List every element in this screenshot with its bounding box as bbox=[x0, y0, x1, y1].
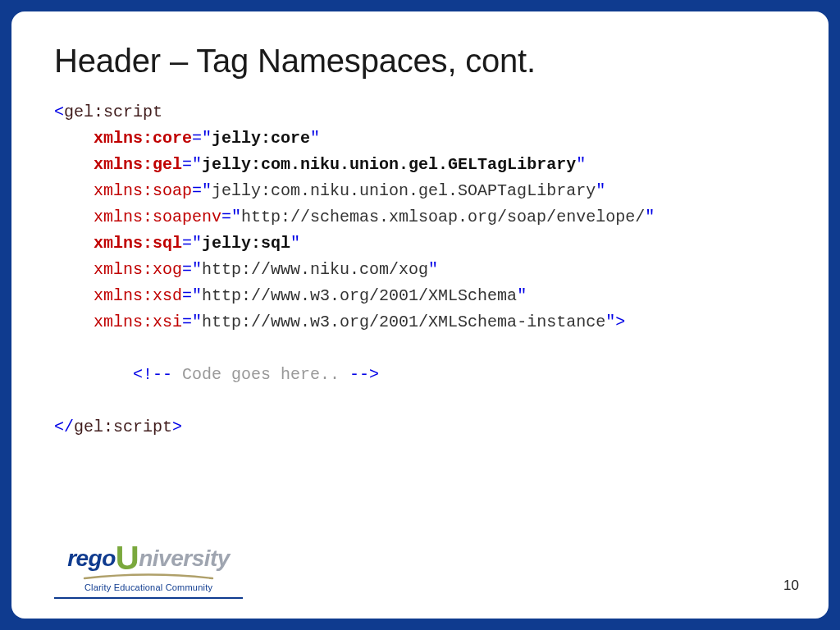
quote-close: " bbox=[428, 260, 438, 279]
code-line-blank2 bbox=[54, 388, 786, 414]
attr-value: http://www.niku.com/xog bbox=[202, 260, 428, 279]
quote-close: " bbox=[517, 286, 527, 305]
equals-sign: = bbox=[192, 129, 202, 148]
code-line-attr: xmlns:sql="jelly:sql" bbox=[54, 231, 786, 257]
quote-open: " bbox=[202, 129, 212, 148]
code-line-close: </gel:script> bbox=[54, 414, 786, 441]
quote-open: " bbox=[192, 286, 202, 305]
logo: regoUniversity Clarity Educational Commu… bbox=[54, 541, 243, 599]
comment-close: --> bbox=[349, 365, 379, 384]
attr-value: jelly:sql bbox=[202, 234, 290, 253]
quote-open: " bbox=[231, 208, 241, 226]
quote-close: " bbox=[310, 129, 320, 148]
equals-sign: = bbox=[182, 234, 192, 253]
angle-close: > bbox=[172, 418, 182, 436]
quote-close: " bbox=[576, 155, 586, 174]
code-line-attr: xmlns:gel="jelly:com.niku.union.gel.GELT… bbox=[54, 152, 786, 178]
attr-value: jelly:core bbox=[212, 129, 310, 148]
equals-sign: = bbox=[182, 313, 192, 331]
code-block: <gel:script xmlns:core="jelly:core"xmlns… bbox=[54, 99, 786, 441]
logo-text: regoUniversity bbox=[67, 541, 230, 574]
quote-close: " bbox=[596, 181, 605, 200]
attr-value: http://www.w3.org/2001/XMLSchema bbox=[202, 286, 517, 305]
code-line-attr: xmlns:xsi="http://www.w3.org/2001/XMLSch… bbox=[54, 309, 786, 336]
code-line-attr: xmlns:soap="jelly:com.niku.union.gel.SOA… bbox=[54, 178, 786, 204]
angle-open-slash: </ bbox=[54, 418, 74, 436]
angle-open: < bbox=[54, 103, 64, 121]
attr-name: xmlns:gel bbox=[94, 155, 182, 174]
equals-sign: = bbox=[221, 208, 231, 226]
logo-tagline: Clarity Educational Community bbox=[84, 582, 212, 592]
angle-close: > bbox=[615, 313, 625, 331]
attr-name: xmlns:xsd bbox=[94, 286, 182, 305]
quote-open: " bbox=[192, 313, 202, 331]
code-line-open: <gel:script bbox=[54, 99, 786, 126]
code-line-attr: xmlns:xog="http://www.niku.com/xog" bbox=[54, 257, 786, 283]
code-line-attr: xmlns:core="jelly:core" bbox=[54, 126, 786, 152]
equals-sign: = bbox=[182, 155, 192, 174]
code-line-attr: xmlns:soapenv="http://schemas.xmlsoap.or… bbox=[54, 204, 786, 231]
attr-name: xmlns:core bbox=[94, 129, 192, 148]
equals-sign: = bbox=[182, 260, 192, 279]
attr-value: http://schemas.xmlsoap.org/soap/envelope… bbox=[241, 208, 645, 226]
attr-value: http://www.w3.org/2001/XMLSchema-instanc… bbox=[202, 313, 605, 331]
logo-part-rego: rego bbox=[67, 546, 116, 571]
slide-title: Header – Tag Namespaces, cont. bbox=[54, 43, 786, 80]
comment-text: Code goes here.. bbox=[172, 365, 349, 384]
quote-close: " bbox=[290, 234, 300, 253]
tag-name-close: gel:script bbox=[74, 418, 172, 436]
attr-name: xmlns:sql bbox=[94, 234, 182, 253]
attr-name: xmlns:soap bbox=[94, 181, 192, 200]
code-line-blank1 bbox=[54, 336, 786, 362]
equals-sign: = bbox=[192, 181, 202, 200]
logo-part-u: U bbox=[116, 540, 139, 576]
code-line-comment: <!-- Code goes here.. --> bbox=[54, 362, 786, 388]
quote-open: " bbox=[192, 260, 202, 279]
slide-footer: regoUniversity Clarity Educational Commu… bbox=[54, 541, 799, 599]
attr-value: jelly:com.niku.union.gel.SOAPTagLibrary bbox=[212, 181, 596, 200]
comment-open: <!-- bbox=[133, 365, 172, 384]
equals-sign: = bbox=[182, 286, 192, 305]
quote-close: " bbox=[645, 208, 655, 226]
slide: Header – Tag Namespaces, cont. <gel:scri… bbox=[11, 11, 829, 619]
quote-close: " bbox=[605, 313, 615, 331]
attr-value: jelly:com.niku.union.gel.GELTagLibrary bbox=[202, 155, 576, 174]
tag-name-open: gel:script bbox=[64, 103, 162, 121]
quote-open: " bbox=[192, 234, 202, 253]
attr-name: xmlns:soapenv bbox=[94, 208, 221, 226]
attr-name: xmlns:xog bbox=[94, 260, 182, 279]
logo-part-niversity: niversity bbox=[139, 546, 230, 571]
page-number: 10 bbox=[783, 578, 799, 599]
quote-open: " bbox=[192, 155, 202, 174]
code-line-attr: xmlns:xsd="http://www.w3.org/2001/XMLSch… bbox=[54, 283, 786, 309]
quote-open: " bbox=[202, 181, 212, 200]
attr-name: xmlns:xsi bbox=[94, 313, 182, 331]
